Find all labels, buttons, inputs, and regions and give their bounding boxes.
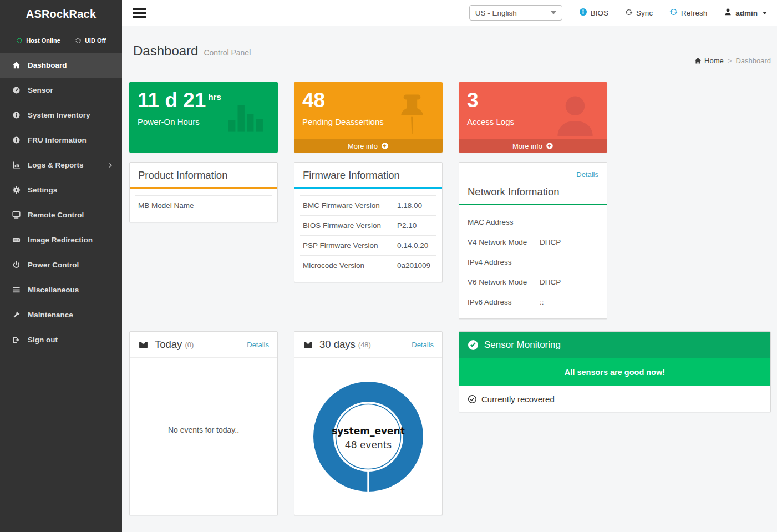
sidebar-item-settings[interactable]: Settings	[0, 178, 122, 202]
network-details-link[interactable]: Details	[576, 170, 598, 179]
monitor-icon	[10, 211, 22, 219]
sidebar-item-sign-out[interactable]: Sign out	[0, 327, 122, 352]
content-header: Dashboard Control Panel Home > Dashboard	[129, 26, 771, 82]
event-donut-chart[interactable]: system_event 48 events	[294, 358, 442, 493]
topbar: US - English BIOS Sync	[122, 0, 777, 26]
power-on-hours-label: Power-On Hours	[138, 117, 270, 126]
chevron-right-icon	[108, 162, 114, 169]
caret-down-icon	[551, 11, 556, 14]
inbox-icon	[138, 340, 149, 349]
power-icon	[10, 261, 22, 269]
main-area: US - English BIOS Sync	[122, 0, 777, 532]
info-row: Microcode Version 0a201009	[300, 255, 436, 275]
row-value: 0a201009	[397, 261, 430, 270]
content: Dashboard Control Panel Home > Dashboard	[122, 26, 777, 532]
thirty-days-header: 30 days (48) Details	[294, 332, 442, 358]
sync-label: Sync	[636, 9, 653, 17]
sidebar-item-power-control[interactable]: Power Control	[0, 252, 122, 277]
sidebar-item-label: Sign out	[28, 336, 58, 344]
info-row: V6 Network Mode DHCP	[465, 272, 601, 292]
menu-toggle-button[interactable]	[129, 5, 151, 21]
sensor-monitoring-title: Sensor Monitoring	[484, 340, 561, 351]
uid-label: UID Off	[85, 37, 106, 44]
info-row: MB Model Name	[135, 195, 272, 215]
donut-slice-divider	[367, 468, 369, 493]
uid-icon	[75, 37, 82, 44]
info-row: PSP Firmware Version 0.14.0.20	[300, 235, 436, 255]
info-circle-icon	[579, 8, 587, 18]
row-label: MAC Address	[468, 218, 540, 226]
breadcrumb-home[interactable]: Home	[694, 57, 724, 65]
row-value: ::	[540, 298, 544, 306]
power-on-hours-unit: hrs	[208, 92, 221, 102]
info-icon	[10, 136, 22, 144]
today-details-link[interactable]: Details	[247, 341, 269, 349]
donut-center-label: system_event	[332, 425, 405, 437]
check-circle-outline-icon	[468, 394, 477, 404]
sidebar-item-logs-reports[interactable]: Logs & Reports	[0, 153, 122, 178]
deassertions-more-info-link[interactable]: More info	[294, 139, 443, 153]
sidebar-item-sensor[interactable]: Sensor	[0, 78, 122, 103]
sidebar-item-miscellaneous[interactable]: Miscellaneous	[0, 277, 122, 302]
today-events-panel: Today (0) Details No events for today..	[129, 331, 278, 515]
info-row: BMC Firmware Version 1.18.00	[300, 195, 436, 215]
today-events-header: Today (0) Details	[130, 332, 277, 358]
breadcrumb: Home > Dashboard	[694, 39, 771, 82]
sign-out-icon	[10, 336, 22, 344]
row-label: V6 Network Mode	[468, 278, 540, 286]
home-icon	[694, 57, 702, 64]
pending-deassertions-value: 48	[302, 89, 434, 112]
row-label: V4 Network Mode	[468, 238, 540, 246]
sidebar-item-remote-control[interactable]: Remote Control	[0, 202, 122, 227]
bios-button[interactable]: BIOS	[579, 8, 608, 18]
breadcrumb-home-label: Home	[704, 57, 724, 65]
sidebar-item-label: Remote Control	[28, 211, 84, 219]
thirty-days-title: 30 days	[319, 338, 356, 351]
sensor-monitoring-header: Sensor Monitoring	[459, 332, 770, 358]
inbox-icon	[303, 340, 313, 349]
row-label: IPv6 Address	[468, 298, 540, 306]
bar-chart-icon	[10, 161, 22, 169]
sidebar-item-system-inventory[interactable]: System Inventory	[0, 103, 122, 128]
sidebar-item-label: Settings	[28, 186, 57, 194]
sidebar-item-dashboard[interactable]: Dashboard	[0, 53, 122, 78]
sidebar-item-label: Maintenance	[28, 311, 73, 319]
access-logs-value: 3	[467, 89, 599, 112]
sync-button[interactable]: Sync	[625, 8, 653, 18]
arrow-circle-right-icon	[546, 142, 553, 150]
sidebar-item-image-redirection[interactable]: Image Redirection	[0, 227, 122, 252]
panel-title: Network Information	[459, 179, 607, 205]
user-menu[interactable]: admin	[724, 8, 767, 18]
donut-center-value: 48 events	[345, 439, 392, 450]
row-label: BIOS Firmware Version	[303, 221, 397, 230]
sidebar-item-label: Power Control	[28, 261, 79, 269]
firmware-information-panel: Firmware Information BMC Firmware Versio…	[294, 162, 443, 282]
thirty-days-count: (48)	[358, 341, 371, 349]
sidebar-item-maintenance[interactable]: Maintenance	[0, 302, 122, 327]
network-information-panel: Details Network Information MAC Address …	[459, 162, 607, 319]
today-empty-message: No events for today..	[130, 358, 277, 434]
gear-icon	[10, 186, 22, 194]
breadcrumb-separator: >	[728, 57, 732, 65]
row-label: PSP Firmware Version	[303, 241, 397, 250]
currently-recovered-row[interactable]: Currently recovered	[459, 386, 770, 412]
user-label: admin	[735, 9, 758, 17]
access-logs-more-info-link[interactable]: More info	[459, 139, 607, 153]
language-select[interactable]: US - English	[469, 5, 562, 21]
sidebar-item-label: FRU Information	[28, 136, 87, 144]
sidebar-item-fru-information[interactable]: FRU Information	[0, 128, 122, 153]
today-title: Today	[155, 338, 182, 351]
refresh-button[interactable]: Refresh	[669, 8, 707, 18]
info-row: V4 Network Mode DHCP	[465, 232, 601, 252]
access-logs-card: 3 Access Logs More info	[459, 82, 607, 153]
thirty-days-details-link[interactable]: Details	[412, 341, 434, 349]
user-icon	[724, 8, 732, 18]
power-on-hours-value: 11 d 21hrs	[138, 89, 270, 112]
host-online-label: Host Online	[26, 37, 60, 44]
row-label: MB Model Name	[138, 201, 232, 210]
arrow-circle-right-icon	[381, 142, 389, 150]
host-status-strip: Host Online UID Off	[0, 28, 122, 53]
product-information-panel: Product Information MB Model Name	[129, 162, 278, 222]
sidebar-item-label: Miscellaneous	[28, 286, 79, 294]
power-on-hours-card: 11 d 21hrs Power-On Hours	[129, 82, 278, 153]
